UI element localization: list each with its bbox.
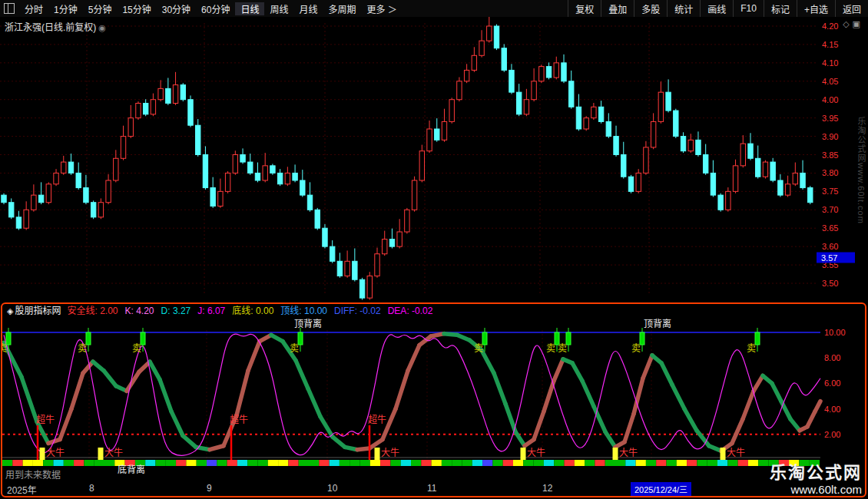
side-watermark: 乐淘公式网www.60lt.com <box>855 117 867 224</box>
svg-text:卖: 卖 <box>290 343 299 354</box>
tool-button-复权[interactable]: 复权 <box>568 0 601 17</box>
month-tick-11: 11 <box>427 483 436 494</box>
tool-button-多股[interactable]: 多股 <box>634 0 667 17</box>
period-tab-日线[interactable]: 日线 <box>235 2 264 15</box>
title-dropdown-icon[interactable]: ◉ <box>98 23 106 32</box>
param-底线: 底线: 0.00 <box>232 306 273 317</box>
svg-text:3.80: 3.80 <box>822 168 838 177</box>
period-tab-分时[interactable]: 分时 <box>19 2 48 15</box>
svg-text:6.00: 6.00 <box>824 378 840 388</box>
svg-text:3.75: 3.75 <box>822 187 838 196</box>
indicator-logo-icon: ◈ <box>7 306 13 317</box>
svg-text:2.00: 2.00 <box>824 430 840 439</box>
svg-text:顶背离: 顶背离 <box>294 318 322 329</box>
svg-text:4.10: 4.10 <box>822 58 838 68</box>
param-顶线: 顶线: 10.00 <box>280 306 327 317</box>
svg-text:卖: 卖 <box>2 343 7 354</box>
period-tab-60分钟[interactable]: 60分钟 <box>196 2 235 15</box>
param-K: K: 4.20 <box>125 306 154 317</box>
svg-text:大牛: 大牛 <box>527 447 545 458</box>
indicator-name: 股朋指标网 <box>15 306 61 317</box>
toolbar-tools: 复权叠加多股统计画线F10标记+自选返回 <box>568 0 868 17</box>
svg-text:4.15: 4.15 <box>822 40 838 49</box>
tool-button-F10[interactable]: F10 <box>733 0 764 17</box>
time-axis: 2025年 2025/12/24/三 89101112 <box>2 482 865 496</box>
svg-text:4.20: 4.20 <box>822 21 838 31</box>
month-tick-10: 10 <box>327 483 337 494</box>
period-tab-更多 ＞[interactable]: 更多 ＞ <box>362 2 403 15</box>
svg-text:4.00: 4.00 <box>822 95 838 104</box>
candlestick-svg[interactable]: 4.204.154.104.054.003.953.903.853.803.75… <box>0 17 868 302</box>
svg-text:3.57: 3.57 <box>821 253 837 263</box>
indicator-param-values: 安全线: 2.00K: 4.20D: 3.27J: 6.07底线: 0.00顶线… <box>67 306 439 317</box>
svg-text:3.60: 3.60 <box>822 242 838 251</box>
svg-text:超牛: 超牛 <box>368 414 386 425</box>
period-tab-1分钟[interactable]: 1分钟 <box>48 2 83 15</box>
month-tick-8: 8 <box>89 483 94 494</box>
param-J: J: 6.07 <box>197 306 225 317</box>
stock-title-label: 浙江永强(日线.前复权) <box>5 22 96 33</box>
watermark-name: 乐淘公式网 <box>770 458 862 483</box>
month-tick-9: 9 <box>207 483 212 494</box>
svg-text:3.70: 3.70 <box>822 205 838 214</box>
svg-text:卖: 卖 <box>474 343 483 354</box>
svg-text:卖: 卖 <box>747 343 756 354</box>
chart-title: 浙江永强(日线.前复权)◉ <box>5 20 106 33</box>
indicator-panel[interactable]: ◈ 股朋指标网 安全线: 2.00K: 4.20D: 3.27J: 6.07底线… <box>1 302 866 497</box>
year-label: 2025年 <box>7 483 37 496</box>
tool-button-+自选[interactable]: +自选 <box>797 0 835 17</box>
period-tab-15分钟[interactable]: 15分钟 <box>117 2 156 15</box>
top-toolbar: 分时1分钟5分钟15分钟30分钟60分钟日线周线月线多周期更多 ＞ 复权叠加多股… <box>0 0 868 18</box>
param-D: D: 3.27 <box>161 306 191 317</box>
period-tab-周线[interactable]: 周线 <box>264 2 293 15</box>
site-watermark: 乐淘公式网 www.60lt.com <box>770 458 862 496</box>
tool-button-叠加[interactable]: 叠加 <box>601 0 634 17</box>
svg-text:4.00: 4.00 <box>824 405 840 414</box>
indicator-svg[interactable]: 10.008.006.004.002.00卖卖卖卖卖卖卖卖卖超牛超牛超牛大牛大牛… <box>2 316 867 467</box>
month-tick-12: 12 <box>542 483 552 494</box>
svg-text:超牛: 超牛 <box>230 414 248 425</box>
svg-text:3.50: 3.50 <box>822 279 838 288</box>
svg-text:大牛: 大牛 <box>46 447 65 458</box>
svg-text:大牛: 大牛 <box>104 447 123 458</box>
svg-text:卖: 卖 <box>546 343 555 354</box>
svg-text:3.85: 3.85 <box>822 150 838 160</box>
svg-text:卖: 卖 <box>78 343 87 354</box>
main-candlestick-chart[interactable]: 浙江永强(日线.前复权)◉ ◇▣ 乐淘公式网www.60lt.com 4.204… <box>0 17 868 302</box>
svg-text:卖: 卖 <box>631 343 641 354</box>
svg-text:3.95: 3.95 <box>822 114 838 123</box>
bottom-divergence-label: 底背离 <box>118 462 145 475</box>
svg-text:卖: 卖 <box>132 343 141 354</box>
svg-text:8.00: 8.00 <box>824 353 840 362</box>
svg-text:大牛: 大牛 <box>619 447 638 458</box>
chart-corner-icons[interactable]: ◇▣ <box>843 19 863 29</box>
period-tabs: 分时1分钟5分钟15分钟30分钟60分钟日线周线月线多周期更多 ＞ <box>19 2 403 15</box>
highlighted-date[interactable]: 2025/12/24/三 <box>631 482 691 496</box>
tool-button-统计[interactable]: 统计 <box>667 0 700 17</box>
period-tab-5分钟[interactable]: 5分钟 <box>83 2 118 15</box>
svg-text:卖: 卖 <box>558 343 567 354</box>
svg-text:3.90: 3.90 <box>822 132 838 141</box>
svg-text:大牛: 大牛 <box>381 447 399 458</box>
svg-text:10.00: 10.00 <box>824 328 846 337</box>
watermark-url: www.60lt.com <box>770 483 862 496</box>
indicator-header: ◈ 股朋指标网 安全线: 2.00K: 4.20D: 3.27J: 6.07底线… <box>2 305 439 317</box>
tool-button-返回[interactable]: 返回 <box>835 0 868 17</box>
svg-text:顶背离: 顶背离 <box>644 318 671 329</box>
param-DIFF: DIFF: -0.02 <box>334 306 381 317</box>
window-layout-icon[interactable] <box>4 3 15 14</box>
indicator-notes-row: 用到未来数据 底背离 <box>2 467 865 482</box>
future-data-note: 用到未来数据 <box>5 468 61 481</box>
param-DEA: DEA: -0.02 <box>388 306 433 317</box>
tool-button-标记[interactable]: 标记 <box>764 0 797 17</box>
param-安全线: 安全线: 2.00 <box>67 306 118 317</box>
tool-button-画线[interactable]: 画线 <box>700 0 733 17</box>
svg-text:3.65: 3.65 <box>822 223 838 233</box>
svg-text:4.05: 4.05 <box>822 77 838 86</box>
svg-text:大牛: 大牛 <box>727 447 745 458</box>
period-tab-多周期[interactable]: 多周期 <box>323 2 362 15</box>
period-tab-月线[interactable]: 月线 <box>294 2 323 15</box>
period-tab-30分钟[interactable]: 30分钟 <box>157 2 196 15</box>
svg-text:超牛: 超牛 <box>36 414 55 425</box>
